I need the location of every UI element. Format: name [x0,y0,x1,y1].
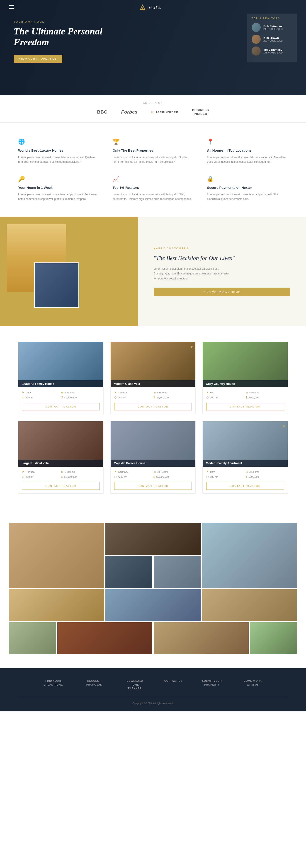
gallery-item [154,556,201,588]
property-country: ⚑ Canada [114,391,153,394]
property-title-overlay: Modern Family Apartment [203,460,288,467]
feature-title: Top 1% Realtors [113,186,193,189]
contact-realtor-button[interactable]: CONTACT REALTOR [206,403,284,410]
favorite-icon[interactable]: ♥ [190,345,193,349]
feature-item: 🔒 Secure Payments on Nexter Lorem ipsum … [207,176,288,202]
property-details: ⚑ Canada ⊞ 6 Rooms ⬡ 450 m² $ $2,750,000 [111,387,195,403]
footer-link-submit[interactable]: SUBMIT YOUR PROPERTY [201,679,223,690]
realtor-sales: 198 HOUSE SOLD [264,52,283,54]
area-icon: ⬡ [114,396,117,399]
trophy-icon: 🏆 [113,138,193,145]
property-rooms: ⊞ 18 Rooms [153,470,192,473]
property-country: ⚑ UK [206,391,245,394]
favorite-icon[interactable]: ♥ [282,424,285,429]
flag-icon: ⚑ [22,391,25,394]
location-icon: 📍 [207,138,288,145]
property-country: ⚑ Italy [206,470,245,473]
footer-divider [18,697,288,698]
contact-realtor-button[interactable]: CONTACT REALTOR [22,403,100,410]
svg-rect-1 [9,7,14,7]
contact-realtor-button[interactable]: CONTACT REALTOR [22,482,100,490]
contact-realtor-button[interactable]: CONTACT REALTOR [114,403,192,410]
property-title-overlay: Majestic Palace House [111,460,195,467]
hamburger-menu[interactable] [9,4,14,10]
property-details: ⚑ USA ⊞ 6 Rooms ⬡ 325 m² $ $1,200,000 [18,387,103,403]
bbc-logo: BBC [97,110,108,115]
property-area: ⬡ 4230 m² [114,475,153,478]
realtor-sales: 245 HOUSE SOLD [264,28,283,30]
view-properties-button[interactable]: VIEW OUR PROPERTIES [13,55,62,63]
gallery-item [9,523,104,588]
top-realtors-panel: TOP 5 REALTORS Erik Feinman 245 HOUSE SO… [247,13,297,62]
property-area: ⬡ 450 m² [114,396,153,399]
feature-title: Your Home in 1 Week [18,186,99,189]
find-home-button[interactable]: FIND YOUR OWN HOME [154,288,290,296]
property-country: ⚑ Portugal [22,470,60,473]
realtor-name: Kim Brown [264,36,283,40]
property-title-overlay: Beautiful Family House [18,380,103,387]
footer-link-contact[interactable]: CONTACT US [164,679,183,690]
features-section: 🌐 World's Best Luxury Homes Lorem ipsum … [0,123,306,217]
feature-title: Only The Best Properties [113,149,193,152]
property-image: Majestic Palace House [111,421,195,467]
gallery-item [105,556,152,588]
top-realtors-title: TOP 5 REALTORS [252,17,293,20]
gallery-photo [9,589,104,621]
footer-link-find-home[interactable]: FIND YOUR DREAM HOME [42,679,65,690]
realtor-avatar [252,46,261,56]
property-rooms: ⊞ 3 Rooms [246,470,284,473]
price-icon: $ [61,475,63,478]
nav-logo[interactable]: nexter [140,4,163,10]
area-icon: ⬡ [22,396,24,399]
property-price: $ $850,000 [246,396,284,399]
property-title-overlay: Modern Glass Villa [111,380,195,387]
flag-icon: ⚑ [206,470,209,473]
property-country: ⚑ USA [22,391,60,394]
realtor-info: Kim Brown 212 HOUSE SOLD [264,36,283,42]
testimonial-quote: "The Best Decision for Our Lives" [154,254,235,262]
gallery-grid [9,523,297,654]
footer-link-request[interactable]: REQUEST PROPOSAL [83,679,105,690]
gallery-section [0,509,306,668]
forbes-logo: Forbes [121,110,138,115]
price-icon: $ [153,396,155,399]
gallery-item [202,589,297,621]
feature-desc: Lorem ipsum dolor sit amet, consectetur … [207,155,288,164]
features-grid: 🌐 World's Best Luxury Homes Lorem ipsum … [18,138,288,202]
property-image: Cozy Country House [203,342,288,387]
property-rooms: ⊞ 6 Rooms [61,391,99,394]
property-price: $ $1,950,000 [61,475,99,478]
house-small-image [35,264,79,307]
footer-link-work[interactable]: COME WORK WITH US [241,679,264,690]
property-image: Large Rustical Villa [18,421,103,467]
gallery-photo [9,622,56,654]
feature-title: All Homes in Top Locations [207,149,288,152]
gallery-item [9,589,104,621]
property-title-overlay: Large Rustical Villa [18,460,103,467]
rooms-icon: ⊞ [61,470,63,473]
property-image: Beautiful Family House [18,342,103,387]
gallery-item [105,523,201,555]
contact-realtor-button[interactable]: CONTACT REALTOR [206,482,284,490]
gallery-photo [105,589,201,621]
rooms-icon: ⊞ [246,470,248,473]
navbar: nexter [0,0,306,14]
price-icon: $ [61,396,63,399]
hero-section: nexter YOUR OWN HOME The Ultimate Person… [0,0,306,95]
gallery-item [202,523,297,588]
contact-realtor-button[interactable]: CONTACT REALTOR [114,482,192,490]
realtor-info: Toby Ramsey 198 HOUSE SOLD [264,48,283,54]
area-icon: ⬡ [22,475,24,478]
property-card: Large Rustical Villa ⚑ Portugal ⊞ 6 Room… [18,421,103,494]
feature-item: 📍 All Homes in Top Locations Lorem ipsum… [207,138,288,164]
area-icon: ⬡ [206,475,209,478]
gallery-photo [9,523,104,588]
property-rooms: ⊞ 6 Rooms [153,391,192,394]
footer-link-download[interactable]: DOWNLOAD HOME PLANNER [124,679,146,690]
footer: FIND YOUR DREAM HOME REQUEST PROPOSAL DO… [0,668,306,711]
flag-icon: ⚑ [22,470,25,473]
realtor-item: Toby Ramsey 198 HOUSE SOLD [252,46,293,56]
rooms-icon: ⊞ [153,391,156,394]
price-icon: $ [246,396,247,399]
gallery-item [9,622,56,654]
